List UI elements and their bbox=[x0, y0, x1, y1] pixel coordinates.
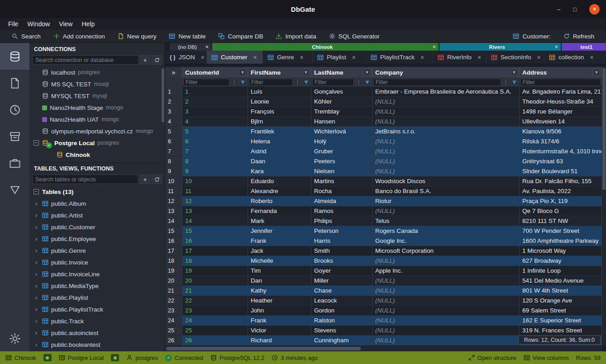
row-number[interactable]: 4 bbox=[165, 117, 182, 127]
rail-button-clock[interactable] bbox=[0, 96, 29, 123]
object-search-input[interactable] bbox=[32, 175, 138, 184]
tab-collection[interactable]: collection× bbox=[544, 51, 606, 64]
cell-company[interactable]: Microsoft Corporation bbox=[372, 246, 520, 256]
table-item-public-playlisttrack[interactable]: ›public.PlaylistTrack bbox=[29, 303, 165, 315]
chevron-right-icon[interactable]: › bbox=[35, 317, 38, 325]
cell-address[interactable]: Rua Dr. Falcão Filho, 155 bbox=[520, 176, 602, 186]
cell-address[interactable]: Theodor-Heuss-Straße 34 bbox=[520, 97, 602, 107]
status-postgre-local[interactable]: Postgre Local bbox=[59, 355, 104, 361]
refresh-objects-button[interactable] bbox=[152, 175, 162, 184]
table-item-public-customer[interactable]: ›public.Customer bbox=[29, 221, 165, 233]
cell-firstname[interactable]: Richard bbox=[248, 336, 311, 345]
close-icon[interactable]: × bbox=[590, 54, 593, 61]
cell-customerid[interactable]: 21 bbox=[182, 286, 248, 296]
cell-customerid[interactable]: 16 bbox=[182, 236, 248, 246]
cell-address[interactable]: 1600 Amphitheatre Parkway bbox=[520, 236, 602, 246]
vertical-scrollbar[interactable] bbox=[602, 67, 606, 346]
cell-company[interactable]: Banco do Brasil S.A. bbox=[372, 186, 520, 196]
column-dropdown-button[interactable]: ▼ bbox=[239, 69, 246, 76]
cell-lastname[interactable]: Martins bbox=[311, 176, 372, 186]
filter-menu-dots-icon[interactable]: ⋮ bbox=[294, 79, 301, 86]
cell-customerid[interactable]: 22 bbox=[182, 296, 248, 306]
menu-help[interactable]: Help bbox=[77, 19, 99, 29]
cell-customerid[interactable]: 19 bbox=[182, 266, 248, 276]
cell-firstname[interactable]: Mark bbox=[248, 216, 311, 226]
cell-company[interactable]: (NULL) bbox=[372, 256, 520, 266]
column-dropdown-button[interactable]: ▼ bbox=[511, 69, 518, 76]
row-number[interactable]: 6 bbox=[165, 137, 182, 147]
toolbar-button-new-query[interactable]: New query bbox=[111, 30, 163, 43]
cell-lastname[interactable]: Almeida bbox=[311, 196, 372, 206]
cell-lastname[interactable]: Chase bbox=[311, 286, 372, 296]
cell-lastname[interactable]: Miller bbox=[311, 276, 372, 286]
cell-firstname[interactable]: François bbox=[248, 107, 311, 117]
toolbar-button-sql-generator[interactable]: SQL Generator bbox=[323, 30, 386, 43]
cell-address[interactable]: 1 Infinite Loop bbox=[520, 266, 602, 276]
rail-button-tri[interactable] bbox=[0, 176, 29, 203]
cell-lastname[interactable]: Goyer bbox=[311, 266, 372, 276]
cell-company[interactable]: (NULL) bbox=[372, 156, 520, 166]
cell-firstname[interactable]: Frantiſek bbox=[248, 127, 311, 137]
cell-company[interactable]: (NULL) bbox=[372, 306, 520, 316]
chevron-right-icon[interactable]: › bbox=[35, 294, 38, 301]
cell-company[interactable]: (NULL) bbox=[372, 276, 520, 286]
refresh-connections-button[interactable] bbox=[152, 55, 162, 65]
chevron-right-icon[interactable]: › bbox=[35, 306, 38, 313]
cell-address[interactable]: 1 Microsoft Way bbox=[520, 246, 602, 256]
cell-address[interactable]: Av. Brigadeiro Faria Lima, 2170 bbox=[520, 87, 602, 97]
cell-company[interactable]: Apple Inc. bbox=[372, 266, 520, 276]
cell-lastname[interactable]: Philips bbox=[311, 216, 372, 226]
filter-input-company[interactable] bbox=[373, 79, 501, 86]
cell-company[interactable]: (NULL) bbox=[372, 117, 520, 127]
filter-input-lastname[interactable] bbox=[312, 79, 354, 86]
cell-company[interactable]: (NULL) bbox=[372, 97, 520, 107]
cell-customerid[interactable]: 2 bbox=[182, 97, 248, 107]
cell-company[interactable]: Google Inc. bbox=[372, 236, 520, 246]
cell-customerid[interactable]: 1 bbox=[182, 87, 248, 97]
cell-company[interactable]: (NULL) bbox=[372, 326, 520, 336]
database-tab-no-db[interactable]: (no DB)× bbox=[170, 43, 211, 51]
cell-firstname[interactable]: Frank bbox=[248, 236, 311, 246]
close-icon[interactable]: × bbox=[537, 54, 541, 61]
cell-company[interactable]: (NULL) bbox=[372, 296, 520, 306]
column-dropdown-button[interactable]: ▼ bbox=[302, 69, 310, 76]
filter-funnel-button[interactable] bbox=[363, 79, 371, 86]
cell-firstname[interactable]: Roberto bbox=[248, 196, 311, 206]
cell-lastname[interactable]: Gonçalves bbox=[311, 87, 372, 97]
connection-item-localhost[interactable]: localhostpostgres bbox=[29, 66, 165, 78]
cell-customerid[interactable]: 26 bbox=[182, 336, 248, 345]
left-panel-scrollbar[interactable] bbox=[162, 68, 164, 123]
expand-columns-button[interactable]: » bbox=[165, 67, 182, 78]
row-number[interactable]: 13 bbox=[165, 206, 182, 216]
cell-firstname[interactable]: Daan bbox=[248, 156, 311, 166]
row-number[interactable]: 8 bbox=[165, 156, 182, 166]
row-number[interactable]: 22 bbox=[165, 296, 182, 306]
status-postgres[interactable]: postgres bbox=[126, 355, 158, 361]
close-icon[interactable]: × bbox=[554, 44, 558, 50]
cell-customerid[interactable]: 18 bbox=[182, 256, 248, 266]
cell-firstname[interactable]: Luís bbox=[248, 87, 311, 97]
connection-search-input[interactable] bbox=[32, 55, 138, 65]
row-number[interactable]: 3 bbox=[165, 107, 182, 117]
column-header-company[interactable]: Company▼ bbox=[372, 67, 520, 78]
minimize-button[interactable]: – bbox=[557, 6, 560, 13]
cell-company[interactable]: Telus bbox=[372, 216, 520, 226]
cell-customerid[interactable]: 6 bbox=[182, 137, 248, 147]
cell-company[interactable]: (NULL) bbox=[372, 147, 520, 156]
add-object-mini-button[interactable]: + bbox=[140, 175, 150, 184]
cell-firstname[interactable]: Dan bbox=[248, 276, 311, 286]
connection-item-olympus-medportal-vychozi-cz[interactable]: olympus-medportal.vychozi.czmongo bbox=[29, 125, 165, 137]
tab-genre[interactable]: Genre× bbox=[263, 51, 313, 64]
connection-item-ms-sql-test[interactable]: MS SQL TESTmssql bbox=[29, 78, 165, 90]
cell-firstname[interactable]: Eduardo bbox=[248, 176, 311, 186]
cell-firstname[interactable]: Alexandre bbox=[248, 186, 311, 196]
horizontal-scrollbar-thumb[interactable] bbox=[166, 347, 361, 350]
row-number[interactable]: 21 bbox=[165, 286, 182, 296]
row-number[interactable]: 16 bbox=[165, 236, 182, 246]
collapse-icon[interactable]: − bbox=[33, 140, 39, 146]
cell-firstname[interactable]: Kara bbox=[248, 166, 311, 176]
cell-address[interactable]: Rilská 3174/6 bbox=[520, 137, 602, 147]
close-icon[interactable]: × bbox=[300, 54, 304, 61]
tab-customer[interactable]: Customer× bbox=[207, 51, 263, 64]
cell-company[interactable]: (NULL) bbox=[372, 206, 520, 216]
